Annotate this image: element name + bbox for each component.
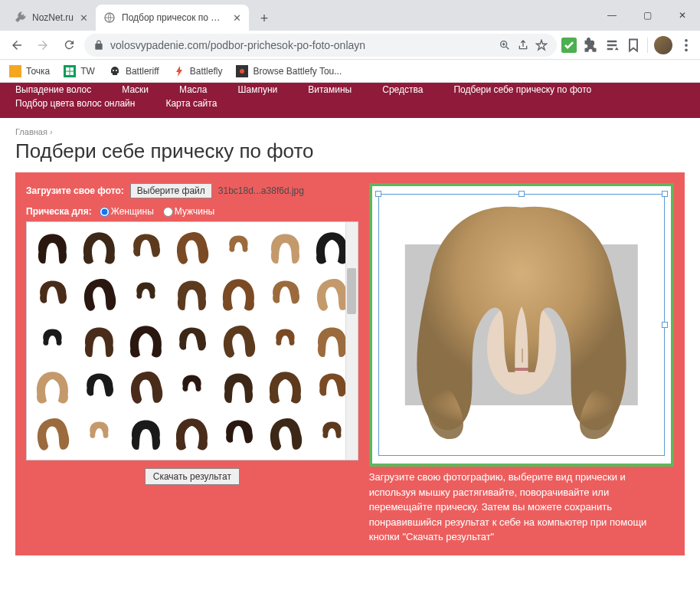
scroll-thumb[interactable] — [347, 268, 356, 314]
hairstyle-option[interactable] — [77, 411, 122, 457]
resize-handle[interactable] — [662, 322, 668, 328]
hairstyle-option[interactable] — [77, 272, 122, 317]
star-icon[interactable] — [535, 39, 548, 51]
nav-item[interactable]: Средства — [382, 84, 423, 95]
menu-icon[interactable] — [679, 38, 694, 53]
tab-inactive[interactable]: NozNet.ru ✕ — [6, 5, 96, 31]
divider — [647, 38, 648, 53]
bookmark-item[interactable]: Browse Battlefy Tou... — [236, 65, 342, 77]
hairstyle-option[interactable] — [263, 365, 308, 410]
hairstyle-option[interactable] — [216, 365, 261, 410]
nav-item[interactable]: Подбери себе прическу по фото — [453, 84, 591, 95]
square-orange-icon — [9, 65, 21, 77]
hairstyle-option[interactable] — [30, 411, 75, 457]
upload-label: Загрузите свое фото: — [26, 185, 124, 196]
hairstyle-option[interactable] — [263, 272, 308, 317]
bookmarks-bar: Точка TW Battleriff Battlefly Browse Bat… — [0, 60, 700, 83]
hairstyle-option[interactable] — [263, 319, 308, 364]
hairstyle-option[interactable] — [123, 225, 168, 270]
lock-icon — [93, 40, 104, 51]
hairstyle-option[interactable] — [169, 225, 214, 270]
scrollbar[interactable] — [345, 222, 358, 460]
hairstyle-option[interactable] — [169, 411, 214, 457]
minimize-button[interactable]: — — [594, 0, 630, 31]
hairstyle-option[interactable] — [30, 365, 75, 410]
radio-women[interactable]: Женщины — [100, 206, 154, 217]
hairstyle-option[interactable] — [123, 319, 168, 364]
breadcrumb-home[interactable]: Главная — [15, 127, 47, 136]
hairstyle-option[interactable] — [263, 225, 308, 270]
controls-panel: Загрузите свое фото: Выберите файл 31bc1… — [26, 183, 358, 545]
globe-icon — [103, 11, 116, 24]
nav-item[interactable]: Карта сайта — [165, 98, 217, 109]
hairstyle-option[interactable] — [77, 319, 122, 364]
download-button[interactable]: Скачать результат — [145, 468, 240, 485]
instruction-text: Загрузите свою фотографию, выберите вид … — [369, 470, 674, 545]
preview-canvas[interactable] — [369, 183, 674, 467]
hairstyle-option[interactable] — [123, 411, 168, 457]
share-icon[interactable] — [517, 39, 529, 51]
svg-point-9 — [113, 70, 114, 71]
close-icon[interactable]: ✕ — [80, 12, 88, 24]
address-bar[interactable]: volosvypadenie.com/podbor-prichesok-po-f… — [84, 34, 557, 57]
hairstyle-option[interactable] — [30, 272, 75, 317]
hairstyle-option[interactable] — [216, 411, 261, 457]
svg-point-5 — [685, 48, 688, 51]
hairstyle-option[interactable] — [123, 365, 168, 410]
hair-overlay[interactable] — [379, 188, 663, 451]
hairstyle-option[interactable] — [30, 319, 75, 364]
hairstyle-option[interactable] — [216, 225, 261, 270]
nav-item[interactable]: Выпадение волос — [15, 84, 91, 95]
nav-item[interactable]: Масла — [179, 84, 207, 95]
resize-handle[interactable] — [375, 191, 381, 197]
nav-item[interactable]: Маски — [122, 84, 149, 95]
selection-border — [378, 455, 665, 456]
ext-check-icon[interactable] — [561, 38, 577, 53]
breadcrumb: Главная › — [15, 127, 685, 136]
window-controls: — ▢ ✕ — [594, 0, 700, 31]
back-button[interactable] — [6, 34, 28, 56]
hairstyle-option[interactable] — [169, 365, 214, 410]
profile-avatar[interactable] — [654, 36, 672, 54]
bookmark-label: Точка — [26, 66, 50, 77]
close-window-button[interactable]: ✕ — [665, 0, 700, 31]
hairstyle-option[interactable] — [216, 319, 261, 364]
site-nav: Выпадение волос Маски Масла Шампуни Вита… — [0, 83, 700, 118]
url-text: volosvypadenie.com/podbor-prichesok-po-f… — [110, 39, 492, 51]
close-icon[interactable]: ✕ — [233, 12, 241, 24]
forward-button[interactable] — [32, 34, 54, 56]
hairstyle-option[interactable] — [263, 411, 308, 457]
hairstyle-option[interactable] — [216, 272, 261, 317]
sheets-icon — [64, 65, 76, 77]
bookmark-item[interactable]: TW — [64, 65, 95, 77]
preview-panel: Загрузите свою фотографию, выберите вид … — [369, 183, 674, 545]
page-content: Выпадение волос Маски Масла Шампуни Вита… — [0, 83, 700, 593]
extensions-icon[interactable] — [583, 38, 598, 53]
maximize-button[interactable]: ▢ — [630, 0, 665, 31]
ext-list-icon[interactable] — [604, 38, 620, 53]
hairstyle-option[interactable] — [77, 365, 122, 410]
svg-point-3 — [685, 38, 688, 41]
bookmark-item[interactable]: Battlefly — [173, 65, 223, 77]
hairstyle-option[interactable] — [169, 319, 214, 364]
bookmark-item[interactable]: Точка — [9, 65, 50, 77]
hairstyle-grid — [26, 221, 358, 460]
nav-item[interactable]: Витамины — [308, 84, 352, 95]
reload-button[interactable] — [58, 34, 80, 56]
tab-active[interactable]: Подбор причесок по фото онла ✕ — [96, 5, 249, 31]
choose-file-button[interactable]: Выберите файл — [130, 183, 212, 198]
resize-handle[interactable] — [518, 191, 525, 197]
zoom-icon[interactable] — [499, 39, 511, 51]
resize-handle[interactable] — [662, 191, 668, 197]
nav-item[interactable]: Шампуни — [238, 84, 278, 95]
hairstyle-option[interactable] — [77, 225, 122, 270]
hairstyle-option[interactable] — [30, 225, 75, 270]
ext-bookmark-icon[interactable] — [626, 38, 641, 53]
hairstyle-option[interactable] — [169, 272, 214, 317]
hairstyle-option[interactable] — [123, 272, 168, 317]
nav-item[interactable]: Подбор цвета волос онлайн — [15, 98, 135, 109]
radio-men[interactable]: Мужчины — [163, 206, 214, 217]
file-name-text: 31bc18d...a38f6d.jpg — [218, 185, 304, 196]
bookmark-item[interactable]: Battleriff — [109, 65, 159, 77]
new-tab-button[interactable]: + — [254, 8, 275, 29]
